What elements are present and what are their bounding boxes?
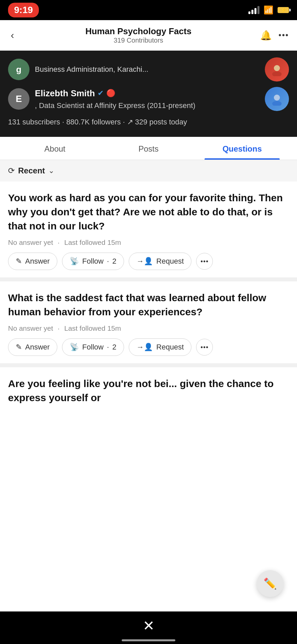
- partial-question-title: Are you feeling like you're not bei... g…: [8, 377, 289, 405]
- tab-posts[interactable]: Posts: [102, 137, 195, 160]
- follow-button[interactable]: 📡 Follow · 2: [62, 253, 124, 270]
- more-options-icon[interactable]: •••: [279, 31, 289, 40]
- chevron-down-icon: ⌄: [48, 166, 54, 175]
- battery-container: ⚡: [278, 7, 289, 13]
- more-dots-icon: •••: [200, 343, 209, 351]
- home-indicator: [122, 639, 175, 641]
- answer-button[interactable]: ✎ Answer: [8, 253, 57, 270]
- back-button[interactable]: ‹: [8, 27, 17, 44]
- header: ‹ Human Psychology Facts 319 Contributor…: [0, 20, 297, 51]
- follow-count-separator: ·: [107, 343, 109, 352]
- question-item: What is the saddest fact that was learne…: [0, 281, 297, 367]
- question-title: What is the saddest fact that was learne…: [8, 291, 289, 319]
- filter-refresh-icon: ⟳: [8, 166, 15, 175]
- user-title: , Data Scientist at Affinity Express (20…: [35, 101, 195, 110]
- user-row: E Elizebth Smith ✔ 🔴 , Data Scientist at…: [8, 87, 289, 111]
- status-time: 9:19: [8, 3, 39, 17]
- request-button[interactable]: →👤 Request: [129, 338, 191, 356]
- request-button[interactable]: →👤 Request: [129, 253, 191, 270]
- avatar-user: E: [8, 88, 29, 110]
- bell-icon[interactable]: 🔔: [260, 30, 272, 41]
- header-title-block: Human Psychology Facts 319 Contributors: [85, 26, 191, 44]
- close-button[interactable]: ✕: [143, 618, 155, 634]
- follow-count-separator: ·: [107, 257, 109, 266]
- tabs: About Posts Questions: [0, 137, 297, 160]
- question-meta: No answer yet · Last followed 15m: [8, 324, 289, 332]
- answer-button[interactable]: ✎ Answer: [8, 338, 57, 356]
- filter-label: Recent: [18, 166, 45, 175]
- follow-count: 2: [112, 257, 116, 266]
- follow-icon: 📡: [70, 343, 79, 352]
- battery-icon: ⚡: [278, 7, 289, 13]
- no-answer-label: No answer yet: [8, 238, 53, 246]
- user-info: Elizebth Smith ✔ 🔴 , Data Scientist at A…: [35, 88, 259, 110]
- status-icons: 📶 ⚡: [248, 5, 289, 15]
- status-bar: 9:19 📶 ⚡: [0, 0, 297, 20]
- avatar-top: g: [8, 59, 29, 80]
- question-meta: No answer yet · Last followed 15m: [8, 238, 289, 247]
- side-avatar-inner: [265, 57, 289, 82]
- edit-icon: ✎: [16, 343, 22, 352]
- svg-point-2: [274, 95, 280, 101]
- stats-row: 131 subscribers · 880.7K followers · ↗ 3…: [8, 116, 289, 127]
- tab-about[interactable]: About: [8, 137, 102, 160]
- contributor-text: Business Administration, Karachi...: [35, 65, 259, 74]
- no-answer-label: No answer yet: [8, 324, 53, 332]
- user-name: Elizebth Smith: [35, 88, 95, 99]
- question-partial: Are you feeling like you're not bei... g…: [0, 367, 297, 417]
- side-avatar-2: [265, 87, 289, 111]
- filter-row[interactable]: ⟳ Recent ⌄: [0, 160, 297, 181]
- meta-separator: ·: [58, 324, 60, 332]
- profile-section: g Business Administration, Karachi... E …: [0, 51, 297, 137]
- more-button[interactable]: •••: [196, 339, 213, 356]
- last-followed-label: Last followed 15m: [64, 324, 121, 332]
- request-icon: →👤: [136, 343, 153, 352]
- contributors-count: 319 Contributors: [85, 37, 191, 44]
- meta-separator: ·: [58, 238, 60, 246]
- signal-bars-icon: [248, 6, 259, 14]
- header-actions: 🔔 •••: [260, 30, 289, 41]
- wifi-icon: 📶: [263, 5, 274, 15]
- pencil-icon: ✏️: [263, 577, 277, 590]
- last-followed-label: Last followed 15m: [64, 238, 121, 246]
- question-title: You work as hard as you can for your fav…: [8, 191, 289, 233]
- more-button[interactable]: •••: [196, 253, 213, 270]
- question-item: You work as hard as you can for your fav…: [0, 181, 297, 281]
- edit-icon: ✎: [16, 257, 22, 266]
- user-name-row: Elizebth Smith ✔ 🔴 , Data Scientist at A…: [35, 88, 259, 110]
- contributor-row: g Business Administration, Karachi...: [8, 57, 289, 82]
- more-dots-icon: •••: [200, 258, 209, 265]
- badge-icon: 🔴: [106, 89, 115, 98]
- svg-point-0: [274, 65, 280, 71]
- question-actions: ✎ Answer 📡 Follow · 2 →👤 Request •••: [8, 253, 289, 270]
- svg-point-3: [272, 101, 282, 106]
- questions-list: You work as hard as you can for your fav…: [0, 181, 297, 417]
- follow-count-2: 2: [112, 343, 116, 352]
- question-actions: ✎ Answer 📡 Follow · 2 →👤 Request •••: [8, 338, 289, 356]
- request-icon: →👤: [136, 257, 153, 266]
- svg-point-1: [272, 71, 282, 76]
- follow-button-2[interactable]: 📡 Follow · 2: [62, 338, 124, 356]
- fab-compose[interactable]: ✏️: [257, 570, 284, 597]
- side-avatar: [265, 57, 289, 82]
- side-avatar-inner-2: [265, 87, 289, 111]
- tab-questions[interactable]: Questions: [195, 137, 289, 160]
- verified-icon: ✔: [98, 89, 104, 98]
- follow-icon: 📡: [70, 257, 79, 266]
- page-title: Human Psychology Facts: [85, 26, 191, 37]
